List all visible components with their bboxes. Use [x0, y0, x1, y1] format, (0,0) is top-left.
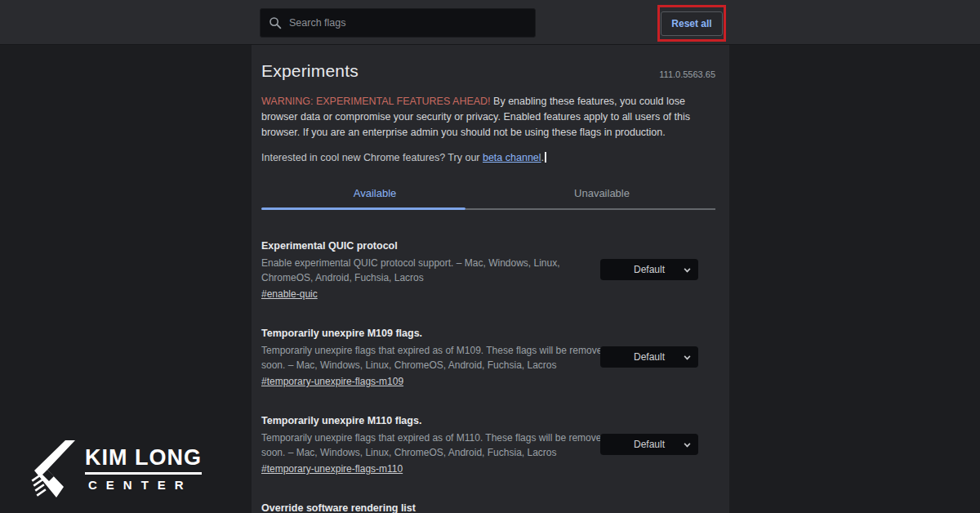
red-highlight-annotation: Reset all [657, 5, 726, 42]
flag-permalink[interactable]: #temporary-unexpire-flags-m109 [261, 376, 403, 387]
flag-title: Temporarily unexpire M109 flags. [261, 328, 715, 339]
beta-promo-line: Interested in cool new Chrome features? … [261, 150, 715, 166]
flag-entry-override-software-rendering: Override software rendering list [261, 502, 715, 513]
tab-available[interactable]: Available [261, 184, 488, 207]
flag-entry-unexpire-m110: Temporarily unexpire M110 flags. Tempora… [261, 415, 715, 478]
flag-value-select[interactable]: Default [600, 434, 698, 455]
flag-title: Temporarily unexpire M110 flags. [261, 415, 715, 426]
reset-all-button[interactable]: Reset all [661, 11, 722, 36]
promo-text: Interested in cool new Chrome features? … [261, 152, 483, 163]
search-input[interactable] [289, 17, 527, 29]
chevron-down-icon [684, 354, 691, 360]
beta-channel-link[interactable]: beta channel [483, 152, 541, 163]
flag-entry-enable-quic: Experimental QUIC protocol Enable experi… [261, 240, 715, 303]
logo-line2: CENTER [85, 478, 202, 493]
page-header: Experiments 111.0.5563.65 [261, 45, 715, 81]
promo-suffix: . [541, 152, 544, 163]
select-value: Default [634, 351, 665, 363]
search-icon [269, 16, 282, 29]
flag-permalink[interactable]: #temporary-unexpire-flags-m110 [261, 463, 403, 475]
chevron-down-icon [684, 266, 691, 273]
flag-value-select[interactable]: Default [600, 346, 698, 368]
tab-underline [261, 207, 715, 210]
search-box[interactable] [260, 8, 536, 38]
experimental-warning: WARNING: EXPERIMENTAL FEATURES AHEAD! By… [261, 94, 715, 141]
flag-value-select[interactable]: Default [600, 259, 698, 280]
logo-line1: KIM LONG [85, 445, 202, 470]
chrome-version: 111.0.5563.65 [659, 69, 715, 81]
logo-text: KIM LONG CENTER [85, 445, 202, 493]
flag-permalink[interactable]: #enable-quic [261, 288, 318, 300]
top-toolbar: Reset all [0, 0, 980, 45]
flag-title: Override software rendering list [261, 502, 715, 513]
logo-divider [85, 472, 202, 475]
chevron-down-icon [684, 441, 691, 448]
flag-entry-unexpire-m109: Temporarily unexpire M109 flags. Tempora… [261, 328, 715, 390]
flag-description: Enable experimental QUIC protocol suppor… [261, 256, 614, 285]
flag-description: Temporarily unexpire flags that expired … [261, 343, 614, 372]
kim-long-center-watermark: KIM LONG CENTER [29, 439, 202, 498]
tab-divider-line [466, 208, 715, 210]
flag-list: Experimental QUIC protocol Enable experi… [261, 240, 715, 513]
active-tab-indicator [261, 207, 466, 210]
flag-title: Experimental QUIC protocol [261, 240, 715, 252]
flag-description: Temporarily unexpire flags that expired … [261, 430, 614, 460]
select-value: Default [634, 439, 665, 450]
tab-unavailable[interactable]: Unavailable [488, 184, 715, 207]
warning-highlight: WARNING: EXPERIMENTAL FEATURES AHEAD! [261, 96, 491, 107]
text-cursor [545, 152, 546, 163]
select-value: Default [634, 264, 665, 275]
boomerang-logo-icon [29, 439, 77, 498]
page-title: Experiments [261, 61, 359, 81]
flags-page-panel: Experiments 111.0.5563.65 WARNING: EXPER… [252, 45, 729, 513]
tab-strip: Available Unavailable [261, 184, 715, 207]
